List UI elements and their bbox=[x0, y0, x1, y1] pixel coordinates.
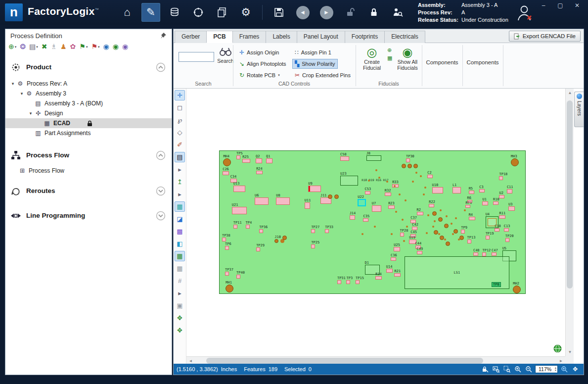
horizontal-scroll-thumb[interactable] bbox=[206, 358, 483, 364]
grid-hash-tool[interactable]: # bbox=[175, 276, 185, 286]
component-u25[interactable]: U25 bbox=[394, 243, 400, 251]
component-tp33[interactable]: TP33 bbox=[325, 225, 333, 233]
create-fiducial-button[interactable]: ◎ Create Fiducial bbox=[359, 46, 385, 81]
component-tp27[interactable]: TP27 bbox=[311, 225, 319, 233]
collapse-up-icon[interactable] bbox=[156, 150, 166, 162]
component-c2[interactable]: C2 bbox=[427, 171, 433, 178]
lasso-select-tool[interactable]: ℘ bbox=[175, 115, 185, 125]
tab-panel-layout[interactable]: Panel Layout bbox=[297, 31, 345, 43]
pointer-tool[interactable]: ✛ bbox=[175, 90, 185, 100]
expand-arrow-1[interactable]: ▸ bbox=[175, 164, 185, 175]
component-u8[interactable]: U8 bbox=[276, 193, 290, 205]
component-u23[interactable]: U23 bbox=[340, 172, 358, 186]
page-blue-tool[interactable]: ◪ bbox=[175, 214, 185, 224]
component-tp3[interactable]: TP3 bbox=[346, 276, 353, 284]
grid-multi-tool[interactable]: ▩ bbox=[175, 226, 185, 237]
component-r25[interactable]: R25 bbox=[242, 155, 250, 163]
component-c47[interactable]: C47 bbox=[492, 248, 498, 256]
component-c11[interactable]: C11 bbox=[507, 185, 513, 193]
close-button[interactable]: ✕ bbox=[573, 2, 581, 9]
expand-down-icon[interactable] bbox=[156, 186, 166, 197]
scroll-down-arrow[interactable]: ▼ bbox=[566, 348, 574, 356]
user-search-icon[interactable] bbox=[388, 3, 407, 22]
flower-button[interactable]: ✿ bbox=[70, 43, 76, 50]
component-tp20[interactable]: TP20 bbox=[505, 234, 514, 242]
component-r18-r19-r16-r17[interactable]: R18 R19 R16 R17 bbox=[362, 178, 388, 182]
component-r14[interactable]: R14 bbox=[375, 272, 382, 280]
component-c10[interactable]: C10 bbox=[495, 224, 501, 232]
save-icon[interactable] bbox=[270, 3, 288, 22]
component-tp30[interactable]: TP30 bbox=[406, 154, 414, 162]
component-tp36[interactable]: TP36 bbox=[259, 225, 268, 233]
gear-flower-tool-2[interactable]: ✥ bbox=[175, 325, 185, 336]
component-tp15[interactable]: TP15 bbox=[356, 276, 364, 284]
grid-green-tool[interactable]: ▦ bbox=[175, 251, 185, 261]
component-u1[interactable]: U1 bbox=[482, 197, 488, 205]
zoom-percent-spinner[interactable]: 117% ▲▼ bbox=[535, 365, 558, 373]
documents-icon[interactable] bbox=[213, 3, 231, 22]
home-icon[interactable]: ⌂ bbox=[118, 3, 136, 22]
pin-icon[interactable] bbox=[160, 32, 167, 41]
assign-pin-1-button[interactable]: ∷Assign Pin 1 bbox=[292, 48, 334, 57]
component-tp25[interactable]: TP25 bbox=[311, 240, 319, 248]
copy-page-tool[interactable]: ▣ bbox=[175, 300, 185, 311]
pawn-button[interactable]: ♟ bbox=[60, 43, 67, 50]
settings-gear-icon[interactable]: ⚙ bbox=[236, 3, 255, 22]
annotate-tool[interactable]: ✐ bbox=[175, 140, 185, 150]
section-process-flow[interactable]: Process Flow bbox=[5, 148, 172, 163]
align-photoplots-button[interactable]: ↘Align Photoplots bbox=[237, 59, 289, 69]
component-l1[interactable]: L1 bbox=[452, 183, 461, 193]
component-mh4[interactable]: MH4 bbox=[223, 154, 231, 166]
layer-list-tool[interactable]: ▤ bbox=[175, 152, 185, 162]
rotate-pcb-button[interactable]: ↻Rotate PCB▾ bbox=[237, 70, 282, 80]
component-tp38[interactable]: TP38 bbox=[222, 234, 230, 241]
component-mh2[interactable]: MH2 bbox=[513, 282, 521, 293]
tree-item-process-rev-a[interactable]: ▾⚙Process Rev: A bbox=[5, 79, 172, 89]
database-icon[interactable] bbox=[165, 3, 184, 22]
sync-green-button[interactable]: ◉ bbox=[113, 43, 119, 50]
zoom-selected-icon[interactable] bbox=[560, 365, 569, 373]
vertical-scroll-thumb[interactable] bbox=[567, 100, 573, 288]
mini-fiducial-grid-icon[interactable]: ▦ bbox=[387, 55, 392, 61]
remove-button[interactable]: ✖ bbox=[42, 43, 47, 50]
tree-item-part-assignments[interactable]: ▥Part Assignments bbox=[5, 128, 172, 138]
component-r23[interactable]: R23 bbox=[388, 201, 395, 209]
component-tp13[interactable]: TP13 bbox=[467, 236, 476, 243]
component-tp37[interactable]: TP37 bbox=[225, 268, 233, 276]
tab-pcb[interactable]: PCB bbox=[206, 31, 232, 43]
mini-fiducial-add-icon[interactable]: ⊕ bbox=[387, 47, 392, 53]
component-tp28[interactable]: TP28 bbox=[400, 229, 408, 237]
sync-purple-button[interactable]: ◉ bbox=[122, 43, 128, 50]
component-u7[interactable]: U7 bbox=[372, 201, 381, 212]
component-r5[interactable]: R5 bbox=[469, 187, 474, 194]
component-c58[interactable]: C58 bbox=[340, 152, 349, 161]
component-j10[interactable]: J10 bbox=[274, 235, 281, 243]
component-tp11[interactable]: TP11 bbox=[233, 221, 242, 229]
tree-item-design[interactable]: ▾✣Design bbox=[5, 108, 172, 118]
globe-button[interactable]: ❂ bbox=[20, 43, 26, 50]
component-u10[interactable]: U10 bbox=[432, 183, 443, 193]
component-tp19[interactable]: TP19 bbox=[486, 232, 494, 240]
scroll-up-arrow[interactable]: ▲ bbox=[566, 89, 574, 97]
component-c36[interactable]: C36 bbox=[391, 253, 397, 261]
component-u3[interactable]: U3 bbox=[508, 202, 515, 211]
gear-flower-tool-1[interactable]: ✥ bbox=[175, 313, 185, 323]
sync-blue-button[interactable]: ◉ bbox=[103, 43, 109, 50]
tree-expander-icon[interactable]: ▾ bbox=[9, 81, 16, 86]
component-r24[interactable]: R24 bbox=[256, 167, 263, 174]
component-r22[interactable]: R22 bbox=[429, 200, 435, 207]
expand-arrow-3[interactable]: ▸ bbox=[175, 288, 185, 298]
section-reroutes[interactable]: Reroutes bbox=[5, 184, 172, 198]
tree-expander-icon[interactable]: ▾ bbox=[27, 111, 34, 116]
zoom-world-icon[interactable] bbox=[553, 344, 562, 353]
component-r11[interactable]: R11 bbox=[499, 211, 505, 219]
component-q1[interactable]: Q1 bbox=[266, 154, 272, 163]
component-u22[interactable]: U22 bbox=[358, 195, 366, 206]
zoom-spinner-arrows[interactable]: ▲▼ bbox=[554, 367, 557, 372]
data-entry-icon[interactable]: ✎ bbox=[141, 3, 160, 22]
print-button[interactable]: ▤▾ bbox=[29, 43, 38, 50]
grid-teal-tool[interactable]: ▦ bbox=[175, 201, 185, 212]
components-group-b[interactable]: Components bbox=[462, 43, 503, 81]
component-j8[interactable]: J8 bbox=[366, 151, 381, 161]
unlock-icon[interactable] bbox=[341, 3, 360, 22]
